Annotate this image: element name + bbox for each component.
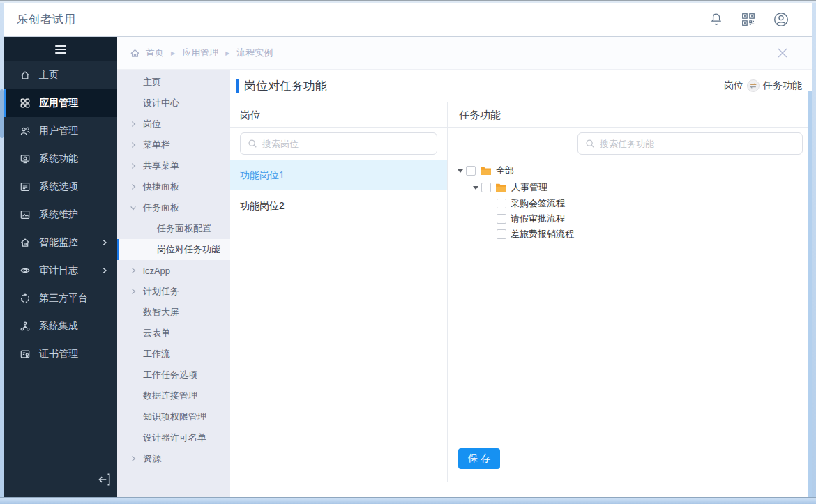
hamburger-icon xyxy=(55,43,66,56)
sidebar-item-label: 应用管理 xyxy=(39,97,117,109)
tree-checkbox[interactable] xyxy=(466,166,476,176)
window-frame-left xyxy=(0,3,4,504)
sidebar-item-system-maintain[interactable]: 系统维护 xyxy=(4,201,117,229)
tree-node-label[interactable]: 差旅费报销流程 xyxy=(511,228,574,240)
sidebar-item-label: 用户管理 xyxy=(39,125,117,137)
chevron-right-icon xyxy=(100,238,109,246)
sidebar-item-label: 证书管理 xyxy=(39,348,117,360)
chevron-right-icon xyxy=(130,455,143,462)
chevron-down-icon xyxy=(130,204,143,211)
page-title: 岗位对任务功能 xyxy=(244,78,327,94)
secondary-item[interactable]: 任务面板配置 xyxy=(117,218,230,239)
tree-expand-caret-icon[interactable] xyxy=(458,169,466,173)
secondary-item-label: 知识项权限管理 xyxy=(143,411,206,423)
sidebar-item-third-party[interactable]: 第三方平台 xyxy=(4,284,117,312)
task-functions-panel: 任务功能 全部人事管理采购会签流程请假审批流程差旅费报销流程 保 存 xyxy=(448,102,812,482)
search-icon xyxy=(248,139,257,148)
task-functions-panel-header: 任务功能 xyxy=(448,102,812,128)
top-bar: 乐创者试用 xyxy=(4,3,812,37)
panels: 岗位 功能岗位1功能岗位2 任务功能 全部人事管理采购会签流程请假审批流程差旅费… xyxy=(230,102,812,482)
tree-expand-caret-icon[interactable] xyxy=(473,185,481,190)
position-list-item[interactable]: 功能岗位2 xyxy=(230,190,447,221)
secondary-item[interactable]: 资源 xyxy=(117,448,230,469)
sidebar-item-home[interactable]: 主页 xyxy=(4,61,117,89)
qr-code-icon[interactable] xyxy=(741,12,756,27)
bell-icon[interactable] xyxy=(709,12,724,27)
window-frame-bottom[interactable] xyxy=(0,497,816,504)
secondary-item[interactable]: 云表单 xyxy=(117,323,230,344)
breadcrumb-item[interactable]: 首页 xyxy=(146,47,164,59)
sidebar-item-app-grid[interactable]: 应用管理 xyxy=(4,89,117,117)
sidebar-item-smart-monitor[interactable]: 智能监控 xyxy=(4,229,117,257)
sidebar-item-label: 主页 xyxy=(39,69,117,82)
secondary-item[interactable]: 岗位 xyxy=(117,114,230,135)
system-options-icon xyxy=(20,181,31,192)
breadcrumb-item[interactable]: 流程实例 xyxy=(236,47,273,59)
sidebar-item-label: 第三方平台 xyxy=(39,292,117,305)
sidebar-item-label: 系统维护 xyxy=(39,208,117,221)
sidebar-item-integration[interactable]: 系统集成 xyxy=(4,312,117,340)
secondary-item[interactable]: 工作任务选项 xyxy=(117,365,230,385)
menu-toggle-button[interactable] xyxy=(4,37,117,61)
users-icon xyxy=(20,125,31,137)
main-content: 岗位对任务功能 岗位 任务功能 岗位 功能岗位1功能岗位2 任务功能 xyxy=(230,70,812,497)
secondary-item[interactable]: 快捷面板 xyxy=(117,176,230,197)
tree-node-label[interactable]: 采购会签流程 xyxy=(511,197,565,210)
sidebar-item-certificate[interactable]: 证书管理 xyxy=(4,340,117,368)
secondary-item[interactable]: 计划任务 xyxy=(117,281,230,302)
swap-left-label: 岗位 xyxy=(724,79,743,92)
home-icon[interactable] xyxy=(130,48,140,59)
secondary-item[interactable]: 共享菜单 xyxy=(117,155,230,176)
secondary-item[interactable]: 设计器许可名单 xyxy=(117,427,230,448)
sidebar-item-users[interactable]: 用户管理 xyxy=(4,117,117,145)
secondary-item[interactable]: lczApp xyxy=(117,260,230,281)
secondary-item[interactable]: 岗位对任务功能 xyxy=(117,239,230,260)
breadcrumb: 首页▶应用管理▶流程实例 xyxy=(130,47,774,59)
collapse-exit-icon[interactable] xyxy=(96,472,112,487)
tree-row: 差旅费报销流程 xyxy=(448,227,812,242)
tree-node-label[interactable]: 请假审批流程 xyxy=(511,213,565,225)
save-button[interactable]: 保 存 xyxy=(458,448,500,469)
secondary-item-label: 云表单 xyxy=(143,327,170,339)
secondary-item[interactable]: 知识项权限管理 xyxy=(117,406,230,427)
certificate-icon xyxy=(20,349,31,360)
task-search-input[interactable] xyxy=(600,139,795,149)
tree-node-label[interactable]: 人事管理 xyxy=(511,181,547,194)
tree-node-label[interactable]: 全部 xyxy=(496,165,514,177)
secondary-item[interactable]: 主页 xyxy=(117,72,230,93)
topbar-icons xyxy=(709,11,789,28)
breadcrumb-item[interactable]: 应用管理 xyxy=(182,47,218,59)
third-party-icon xyxy=(20,293,31,304)
swap-mode-toggle[interactable]: 岗位 任务功能 xyxy=(724,79,802,92)
sidebar-nav: 主页应用管理用户管理系统功能系统选项系统维护智能监控审计日志第三方平台系统集成证… xyxy=(4,61,117,368)
tree-checkbox[interactable] xyxy=(497,214,506,224)
sidebar-item-system-options[interactable]: 系统选项 xyxy=(4,173,117,201)
left-scrollbar-thumb[interactable] xyxy=(0,89,4,138)
secondary-item-label: 任务面板 xyxy=(143,201,179,214)
position-list: 功能岗位1功能岗位2 xyxy=(230,160,447,221)
secondary-item[interactable]: 工作流 xyxy=(117,344,230,365)
secondary-item[interactable]: 设计中心 xyxy=(117,93,230,114)
user-avatar-icon[interactable] xyxy=(773,11,789,28)
position-search-input[interactable] xyxy=(262,139,430,149)
close-icon[interactable] xyxy=(774,45,791,61)
secondary-item[interactable]: 数据连接管理 xyxy=(117,385,230,406)
chevron-right-icon xyxy=(130,162,143,169)
tree-checkbox[interactable] xyxy=(497,229,506,239)
position-list-item[interactable]: 功能岗位1 xyxy=(230,160,447,190)
secondary-sidebar: 主页设计中心岗位菜单栏共享菜单快捷面板任务面板任务面板配置岗位对任务功能lczA… xyxy=(117,70,230,497)
chevron-right-icon xyxy=(130,121,143,128)
chevron-right-icon xyxy=(130,267,143,274)
secondary-item[interactable]: 任务面板 xyxy=(117,197,230,218)
sidebar-item-label: 系统功能 xyxy=(39,153,117,165)
secondary-item-label: 主页 xyxy=(143,76,161,89)
sidebar-item-audit-log[interactable]: 审计日志 xyxy=(4,257,117,284)
tree-checkbox[interactable] xyxy=(497,199,506,208)
smart-monitor-icon xyxy=(20,237,31,248)
secondary-item[interactable]: 菜单栏 xyxy=(117,135,230,155)
sidebar-item-system-function[interactable]: 系统功能 xyxy=(4,145,117,173)
home-icon xyxy=(20,70,31,81)
tree-checkbox[interactable] xyxy=(481,183,491,192)
secondary-item[interactable]: 数智大屏 xyxy=(117,302,230,323)
secondary-item-label: 计划任务 xyxy=(143,285,179,298)
